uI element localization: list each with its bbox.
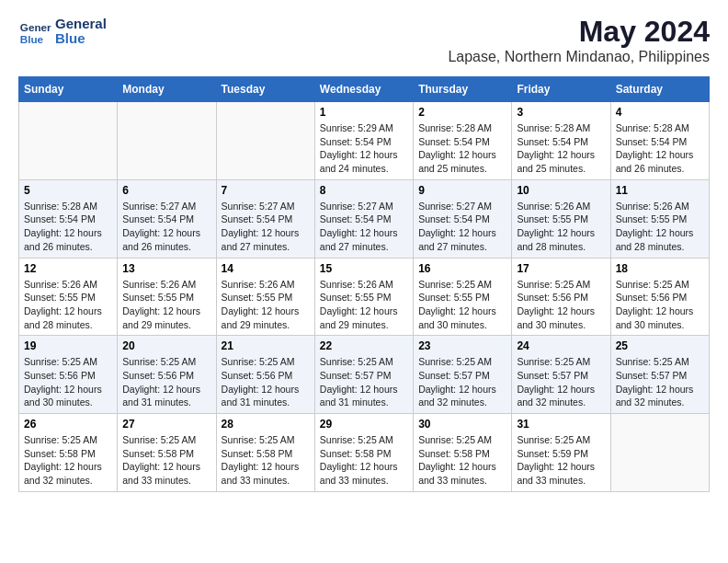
day-number: 19 (24, 339, 112, 352)
day-number: 14 (222, 262, 310, 275)
calendar-week-row: 19Sunrise: 5:25 AM Sunset: 5:56 PM Dayli… (19, 336, 710, 414)
calendar-cell: 29Sunrise: 5:25 AM Sunset: 5:58 PM Dayli… (314, 414, 413, 492)
day-info: Sunrise: 5:25 AM Sunset: 5:58 PM Dayligh… (418, 433, 506, 488)
calendar-cell: 10Sunrise: 5:26 AM Sunset: 5:55 PM Dayli… (512, 179, 610, 258)
calendar-cell: 23Sunrise: 5:25 AM Sunset: 5:57 PM Dayli… (414, 336, 512, 414)
day-number: 31 (517, 418, 605, 431)
calendar-cell: 21Sunrise: 5:25 AM Sunset: 5:56 PM Dayli… (216, 336, 314, 414)
day-number: 9 (418, 184, 506, 197)
weekday-header: Saturday (610, 77, 709, 102)
calendar-cell: 15Sunrise: 5:26 AM Sunset: 5:55 PM Dayli… (314, 258, 413, 336)
day-number: 8 (320, 184, 408, 197)
calendar-cell: 26Sunrise: 5:25 AM Sunset: 5:58 PM Dayli… (19, 414, 118, 492)
day-info: Sunrise: 5:25 AM Sunset: 5:56 PM Dayligh… (616, 278, 704, 332)
logo-line1: General (55, 17, 107, 32)
day-info: Sunrise: 5:27 AM Sunset: 5:54 PM Dayligh… (320, 200, 408, 254)
calendar-week-row: 12Sunrise: 5:26 AM Sunset: 5:55 PM Dayli… (19, 258, 710, 336)
day-info: Sunrise: 5:26 AM Sunset: 5:55 PM Dayligh… (616, 200, 704, 254)
title-block: May 2024 Lapase, Northern Mindanao, Phil… (448, 15, 710, 65)
calendar-cell: 31Sunrise: 5:25 AM Sunset: 5:59 PM Dayli… (512, 414, 610, 492)
logo-line2: Blue (55, 31, 107, 47)
day-number: 21 (222, 339, 310, 352)
calendar-cell: 7Sunrise: 5:27 AM Sunset: 5:54 PM Daylig… (216, 179, 314, 258)
day-info: Sunrise: 5:25 AM Sunset: 5:56 PM Dayligh… (517, 278, 605, 332)
calendar-week-row: 5Sunrise: 5:28 AM Sunset: 5:54 PM Daylig… (19, 179, 710, 258)
day-number: 24 (517, 339, 605, 352)
day-number: 17 (517, 262, 605, 275)
day-number: 18 (616, 262, 704, 275)
day-info: Sunrise: 5:28 AM Sunset: 5:54 PM Dayligh… (24, 200, 112, 254)
calendar-cell: 1Sunrise: 5:29 AM Sunset: 5:54 PM Daylig… (314, 102, 413, 180)
calendar-cell: 18Sunrise: 5:25 AM Sunset: 5:56 PM Dayli… (610, 258, 709, 336)
day-number: 4 (616, 106, 704, 119)
day-number: 23 (418, 339, 506, 352)
day-number: 16 (418, 262, 506, 275)
page-subtitle: Lapase, Northern Mindanao, Philippines (448, 49, 710, 65)
svg-text:General: General (20, 21, 51, 33)
calendar-cell: 19Sunrise: 5:25 AM Sunset: 5:56 PM Dayli… (19, 336, 118, 414)
calendar-week-row: 1Sunrise: 5:29 AM Sunset: 5:54 PM Daylig… (19, 102, 710, 180)
calendar-cell: 27Sunrise: 5:25 AM Sunset: 5:58 PM Dayli… (118, 414, 216, 492)
calendar-cell: 22Sunrise: 5:25 AM Sunset: 5:57 PM Dayli… (314, 336, 413, 414)
logo-icon: General Blue (18, 15, 51, 48)
day-number: 28 (222, 418, 310, 431)
day-info: Sunrise: 5:26 AM Sunset: 5:55 PM Dayligh… (122, 278, 210, 332)
day-info: Sunrise: 5:27 AM Sunset: 5:54 PM Dayligh… (122, 200, 210, 254)
calendar-cell (118, 102, 216, 180)
day-info: Sunrise: 5:28 AM Sunset: 5:54 PM Dayligh… (418, 121, 506, 176)
day-number: 10 (517, 184, 605, 197)
calendar-cell: 5Sunrise: 5:28 AM Sunset: 5:54 PM Daylig… (19, 179, 118, 258)
day-number: 13 (122, 262, 210, 275)
calendar-cell (610, 414, 709, 492)
calendar-cell: 6Sunrise: 5:27 AM Sunset: 5:54 PM Daylig… (118, 179, 216, 258)
calendar-cell: 4Sunrise: 5:28 AM Sunset: 5:54 PM Daylig… (610, 102, 709, 180)
day-info: Sunrise: 5:25 AM Sunset: 5:57 PM Dayligh… (320, 355, 408, 409)
calendar-cell: 24Sunrise: 5:25 AM Sunset: 5:57 PM Dayli… (512, 336, 610, 414)
svg-text:Blue: Blue (20, 33, 44, 45)
day-number: 25 (616, 339, 704, 352)
weekday-header: Tuesday (216, 77, 314, 102)
day-number: 12 (24, 262, 112, 275)
day-number: 22 (320, 339, 408, 352)
calendar-cell: 8Sunrise: 5:27 AM Sunset: 5:54 PM Daylig… (314, 179, 413, 258)
day-info: Sunrise: 5:26 AM Sunset: 5:55 PM Dayligh… (320, 278, 408, 332)
day-info: Sunrise: 5:25 AM Sunset: 5:57 PM Dayligh… (616, 355, 704, 409)
day-number: 11 (616, 184, 704, 197)
day-number: 30 (418, 418, 506, 431)
day-info: Sunrise: 5:27 AM Sunset: 5:54 PM Dayligh… (222, 200, 310, 254)
day-info: Sunrise: 5:25 AM Sunset: 5:59 PM Dayligh… (517, 433, 605, 488)
day-info: Sunrise: 5:25 AM Sunset: 5:56 PM Dayligh… (24, 355, 112, 409)
calendar-cell: 25Sunrise: 5:25 AM Sunset: 5:57 PM Dayli… (610, 336, 709, 414)
day-info: Sunrise: 5:25 AM Sunset: 5:58 PM Dayligh… (320, 433, 408, 488)
calendar-cell: 3Sunrise: 5:28 AM Sunset: 5:54 PM Daylig… (512, 102, 610, 180)
day-info: Sunrise: 5:25 AM Sunset: 5:58 PM Dayligh… (122, 433, 210, 488)
day-info: Sunrise: 5:26 AM Sunset: 5:55 PM Dayligh… (24, 278, 112, 332)
calendar-cell: 14Sunrise: 5:26 AM Sunset: 5:55 PM Dayli… (216, 258, 314, 336)
day-number: 5 (24, 184, 112, 197)
day-info: Sunrise: 5:25 AM Sunset: 5:58 PM Dayligh… (24, 433, 112, 488)
day-number: 26 (24, 418, 112, 431)
day-number: 27 (122, 418, 210, 431)
day-info: Sunrise: 5:25 AM Sunset: 5:56 PM Dayligh… (122, 355, 210, 409)
day-number: 29 (320, 418, 408, 431)
day-info: Sunrise: 5:26 AM Sunset: 5:55 PM Dayligh… (517, 200, 605, 254)
calendar-cell: 30Sunrise: 5:25 AM Sunset: 5:58 PM Dayli… (414, 414, 512, 492)
page-header: General Blue General Blue May 2024 Lapas… (18, 15, 710, 65)
calendar-table: SundayMondayTuesdayWednesdayThursdayFrid… (18, 76, 710, 492)
calendar-body: 1Sunrise: 5:29 AM Sunset: 5:54 PM Daylig… (19, 102, 710, 492)
calendar-cell (19, 102, 118, 180)
calendar-cell: 28Sunrise: 5:25 AM Sunset: 5:58 PM Dayli… (216, 414, 314, 492)
calendar-header-row: SundayMondayTuesdayWednesdayThursdayFrid… (19, 77, 710, 102)
day-info: Sunrise: 5:25 AM Sunset: 5:55 PM Dayligh… (418, 278, 506, 332)
day-info: Sunrise: 5:25 AM Sunset: 5:58 PM Dayligh… (222, 433, 310, 488)
day-number: 6 (122, 184, 210, 197)
day-number: 2 (418, 106, 506, 119)
calendar-cell: 2Sunrise: 5:28 AM Sunset: 5:54 PM Daylig… (414, 102, 512, 180)
weekday-header: Thursday (414, 77, 512, 102)
weekday-header: Sunday (19, 77, 118, 102)
page-title: May 2024 (448, 15, 710, 49)
day-number: 7 (222, 184, 310, 197)
calendar-cell: 17Sunrise: 5:25 AM Sunset: 5:56 PM Dayli… (512, 258, 610, 336)
day-number: 1 (320, 106, 408, 119)
day-number: 3 (517, 106, 605, 119)
